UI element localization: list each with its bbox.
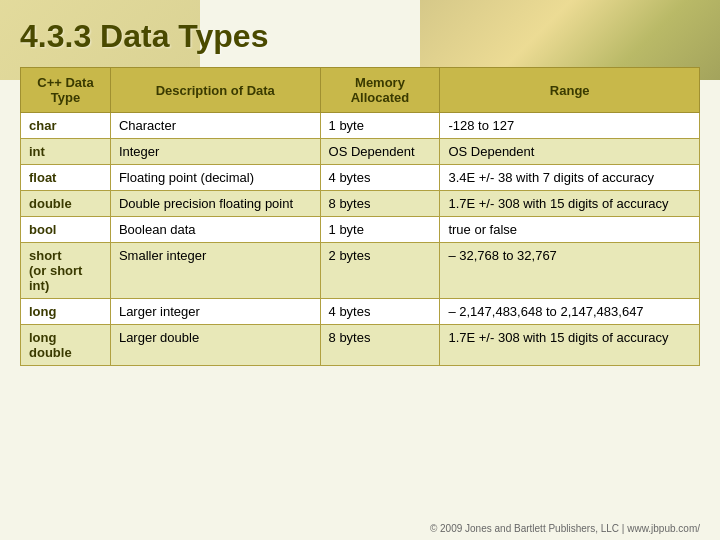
cell-range: OS Dependent: [440, 139, 700, 165]
cell-description: Floating point (decimal): [110, 165, 320, 191]
cell-memory: 1 byte: [320, 217, 440, 243]
cell-range: 1.7E +/- 308 with 15 digits of accuracy: [440, 191, 700, 217]
table-row: intIntegerOS DependentOS Dependent: [21, 139, 700, 165]
cell-type: char: [21, 113, 111, 139]
table-row: charCharacter1 byte-128 to 127: [21, 113, 700, 139]
cell-type: long: [21, 299, 111, 325]
cell-memory: 1 byte: [320, 113, 440, 139]
header-range: Range: [440, 68, 700, 113]
cell-range: -128 to 127: [440, 113, 700, 139]
data-types-table: C++ Data Type Description of Data Memory…: [20, 67, 700, 366]
cell-description: Integer: [110, 139, 320, 165]
header-description: Description of Data: [110, 68, 320, 113]
cell-description: Double precision floating point: [110, 191, 320, 217]
cell-range: true or false: [440, 217, 700, 243]
table-row: longLarger integer4 bytes– 2,147,483,648…: [21, 299, 700, 325]
cell-type: int: [21, 139, 111, 165]
cell-memory: 2 bytes: [320, 243, 440, 299]
cell-range: – 2,147,483,648 to 2,147,483,647: [440, 299, 700, 325]
page-title: 4.3.3 Data Types: [20, 10, 700, 55]
cell-range: – 32,768 to 32,767: [440, 243, 700, 299]
cell-description: Larger double: [110, 325, 320, 366]
cell-description: Larger integer: [110, 299, 320, 325]
table-row: boolBoolean data1 bytetrue or false: [21, 217, 700, 243]
cell-memory: 4 bytes: [320, 165, 440, 191]
cell-type: bool: [21, 217, 111, 243]
cell-memory: 4 bytes: [320, 299, 440, 325]
cell-range: 3.4E +/- 38 with 7 digits of accuracy: [440, 165, 700, 191]
cell-memory: 8 bytes: [320, 191, 440, 217]
cell-description: Character: [110, 113, 320, 139]
cell-type: short (or short int): [21, 243, 111, 299]
footer-text: © 2009 Jones and Bartlett Publishers, LL…: [430, 523, 700, 534]
cell-type: double: [21, 191, 111, 217]
cell-memory: OS Dependent: [320, 139, 440, 165]
cell-type: float: [21, 165, 111, 191]
table-row: floatFloating point (decimal)4 bytes3.4E…: [21, 165, 700, 191]
cell-range: 1.7E +/- 308 with 15 digits of accuracy: [440, 325, 700, 366]
table-row: doubleDouble precision floating point8 b…: [21, 191, 700, 217]
cell-description: Boolean data: [110, 217, 320, 243]
header-memory: Memory Allocated: [320, 68, 440, 113]
header-type: C++ Data Type: [21, 68, 111, 113]
cell-description: Smaller integer: [110, 243, 320, 299]
cell-memory: 8 bytes: [320, 325, 440, 366]
table-row: short (or short int)Smaller integer2 byt…: [21, 243, 700, 299]
table-row: long doubleLarger double8 bytes1.7E +/- …: [21, 325, 700, 366]
cell-type: long double: [21, 325, 111, 366]
